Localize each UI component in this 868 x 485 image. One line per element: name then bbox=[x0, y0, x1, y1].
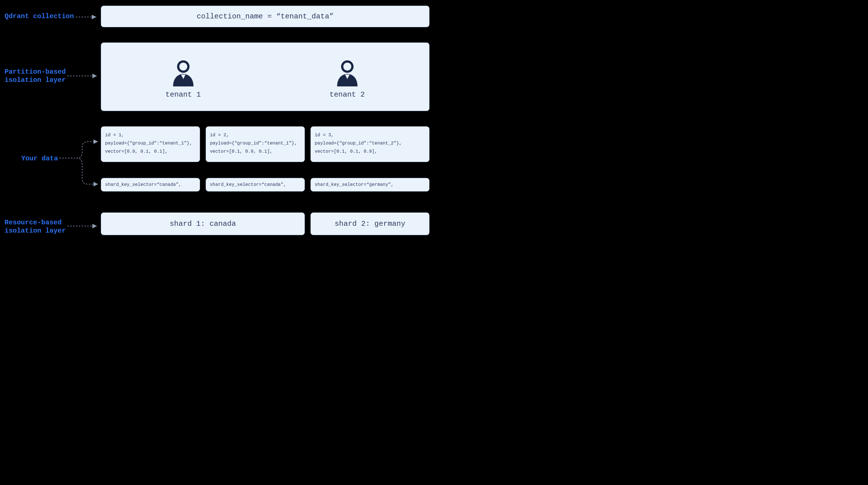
shard-sel-2: shard_key_selector=“canada”, bbox=[206, 178, 305, 191]
data-box-2: id = 2, payload={“group_id”:“tenant_1”},… bbox=[206, 126, 305, 162]
shard-sel-3-text: shard_key_selector=“germany”, bbox=[315, 182, 394, 187]
shard-sel-1-text: shard_key_selector=“canada”, bbox=[105, 182, 181, 187]
label-your-data: Your data bbox=[21, 155, 58, 163]
data-box-1: id = 1, payload={“group_id”:“tenant_1”},… bbox=[101, 126, 200, 162]
dp1-vector: vector=[0.9, 0.1, 0.1], bbox=[105, 148, 196, 156]
user-icon bbox=[170, 59, 196, 87]
arrow-your-data-fork bbox=[60, 142, 100, 187]
dp1-id: id = 1, bbox=[105, 131, 196, 140]
label-collection: Qdrant collection bbox=[4, 12, 74, 21]
tenant-1-label: tenant 1 bbox=[165, 90, 201, 99]
shard-sel-3: shard_key_selector=“germany”, bbox=[310, 178, 430, 191]
dp3-id: id = 3, bbox=[315, 131, 425, 140]
label-partition: Partition-based isolation layer bbox=[4, 68, 66, 84]
shard-sel-1: shard_key_selector=“canada”, bbox=[101, 178, 200, 191]
collection-box: collection_name = “tenant_data” bbox=[101, 6, 430, 27]
dp2-vector: vector=[0.1, 0.9, 0.1], bbox=[210, 148, 301, 156]
data-box-3: id = 3, payload={“group_id”:“tenant_2”},… bbox=[310, 126, 430, 162]
dp3-payload: payload={“group_id”:“tenant_2”}, bbox=[315, 140, 425, 148]
dp1-payload: payload={“group_id”:“tenant_1”}, bbox=[105, 140, 196, 148]
tenant-1: tenant 1 bbox=[101, 59, 265, 99]
shard-2-box: shard 2: germany bbox=[310, 212, 430, 235]
dp3-vector: vector=[0.1, 0.1, 0.9], bbox=[315, 148, 425, 156]
arrow-collection bbox=[76, 15, 99, 19]
tenant-2: tenant 2 bbox=[265, 59, 429, 99]
tenant-2-label: tenant 2 bbox=[330, 90, 365, 99]
shard-sel-2-text: shard_key_selector=“canada”, bbox=[210, 182, 286, 187]
label-resource: Resource-based isolation layer bbox=[4, 219, 66, 235]
shard-2-text: shard 2: germany bbox=[335, 219, 405, 228]
arrow-partition bbox=[67, 74, 99, 78]
collection-text: collection_name = “tenant_data” bbox=[196, 12, 334, 21]
shard-1-text: shard 1: canada bbox=[170, 219, 236, 228]
partition-box: tenant 1 tenant 2 bbox=[101, 42, 430, 111]
shard-1-box: shard 1: canada bbox=[101, 212, 305, 235]
dp2-payload: payload={“group_id”:“tenant_1”}, bbox=[210, 140, 301, 148]
arrow-resource bbox=[67, 224, 99, 228]
dp2-id: id = 2, bbox=[210, 131, 301, 140]
user-icon bbox=[334, 59, 360, 87]
